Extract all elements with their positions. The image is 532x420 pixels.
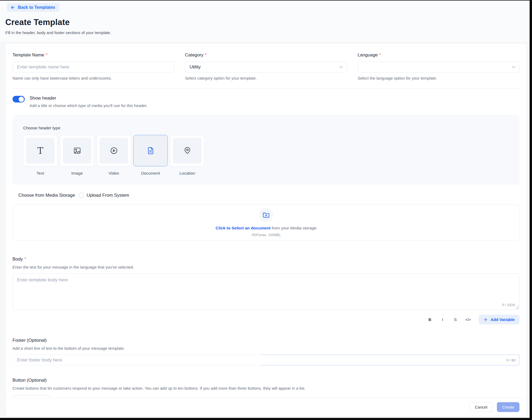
action-bar: Cancel Create [6, 398, 526, 416]
create-template-screen: Back to Templates Create Template Fill i… [0, 1, 530, 418]
category-select[interactable]: Utility [185, 61, 347, 72]
required-asterisk: * [205, 53, 207, 57]
header-type-video: Video [97, 135, 131, 176]
cancel-button[interactable]: Cancel [469, 402, 493, 412]
resize-handle[interactable] [515, 306, 519, 309]
format-toolbar: B I S </> Add Variable [13, 315, 519, 324]
template-name-label: Template Name* [13, 52, 174, 58]
video-icon [110, 147, 118, 155]
footer-placeholder: Enter footer body here [17, 357, 62, 363]
create-template-card: Template Name* Enter template name here … [5, 43, 527, 416]
body-placeholder: Enter template body here [17, 277, 68, 282]
add-variable-label: Add Variable [490, 317, 515, 322]
show-header-description: Add a title or choose which type of medi… [30, 103, 147, 108]
button-description: Create buttons that let customers respon… [13, 386, 519, 390]
top-fields-row: Template Name* Enter template name here … [13, 52, 519, 80]
page-header: Back to Templates Create Template Fill i… [0, 1, 530, 43]
language-helper: Select the language option for your temp… [358, 76, 519, 80]
chevron-down-icon [339, 66, 343, 68]
show-header-label: Show header [30, 96, 147, 101]
folder-plus-icon [263, 212, 270, 219]
category-field-group: Category* Utility Select category option… [185, 52, 347, 80]
page-subtitle: Fill in the header, body and footer sect… [5, 30, 530, 35]
header-type-location-label: Location [179, 171, 195, 176]
header-type-location: Location [170, 135, 204, 176]
required-asterisk: * [24, 257, 26, 261]
folder-plus-badge [259, 208, 273, 222]
template-name-input[interactable]: Enter template name here [13, 61, 174, 72]
template-name-placeholder: Enter template name here [17, 64, 69, 70]
bold-button[interactable]: B [424, 315, 435, 324]
header-type-location-card[interactable] [170, 135, 204, 166]
footer-input[interactable]: Enter footer body here 0 / 60 [13, 355, 519, 365]
header-type-document: Document [133, 135, 168, 176]
page-title: Create Template [5, 18, 530, 27]
language-select[interactable] [358, 61, 519, 72]
header-type-image-label: Image [71, 171, 83, 176]
footer-input-highlight [261, 355, 519, 365]
image-icon [73, 147, 81, 155]
category-label: Category* [185, 52, 347, 58]
header-type-image: Image [60, 135, 94, 176]
choose-header-type-label: Choose header type [23, 126, 509, 130]
radio-upload-from-system[interactable] [79, 193, 84, 198]
media-source-upload-option[interactable]: Upload From System [87, 193, 129, 198]
header-type-image-card[interactable] [60, 135, 94, 166]
back-button-label: Back to Templates [18, 5, 55, 10]
italic-button[interactable]: I [437, 315, 448, 324]
show-header-toggle[interactable] [13, 96, 25, 102]
header-type-text-label: Text [36, 171, 44, 176]
show-header-row: Show header Add a title or choose which … [13, 96, 519, 108]
template-name-field-group: Template Name* Enter template name here … [13, 52, 174, 80]
location-icon [183, 147, 191, 155]
upload-instruction: Click to Select an document from your Me… [216, 226, 316, 230]
footer-description: Add a short line of text to the bottom o… [13, 346, 519, 351]
upload-hint: PDF(max. 100MB) [252, 233, 281, 237]
create-button[interactable]: Create [497, 402, 519, 412]
media-source-row: Choose from Media Storage Upload From Sy… [18, 193, 519, 198]
arrow-left-icon [10, 5, 15, 10]
media-source-storage-option[interactable]: Choose from Media Storage [18, 193, 75, 198]
toggle-knob [19, 97, 24, 102]
body-description: Enter the text for your message in the l… [13, 265, 519, 269]
chevron-down-icon [512, 66, 515, 68]
header-type-panel: Choose header type T Text [13, 115, 519, 185]
footer-label: Footer (Optional) [13, 338, 519, 343]
strikethrough-button[interactable]: S [450, 315, 461, 324]
body-section: Body* Enter the text for your message in… [13, 257, 519, 324]
header-type-document-card[interactable] [133, 135, 168, 166]
text-icon: T [37, 146, 43, 155]
document-select-dropzone[interactable]: Click to Select an document from your Me… [13, 204, 519, 241]
section-divider [13, 88, 519, 89]
header-type-text: T Text [23, 135, 57, 176]
header-type-cards: T Text Image [23, 135, 509, 176]
body-label: Body* [13, 257, 519, 262]
back-to-templates-button[interactable]: Back to Templates [7, 3, 59, 12]
button-label: Button (Optional) [13, 378, 519, 383]
document-icon [147, 147, 155, 155]
footer-char-counter: 0 / 60 [506, 358, 515, 362]
category-value: Utility [189, 64, 201, 70]
required-asterisk: * [379, 53, 381, 57]
footer-section: Footer (Optional) Add a short line of te… [13, 338, 519, 365]
required-asterisk: * [46, 53, 47, 57]
header-type-video-label: Video [109, 171, 119, 176]
header-type-text-card[interactable]: T [23, 135, 57, 166]
language-field-group: Language* Select the language option for… [358, 52, 519, 80]
category-helper: Select category option for your template… [185, 76, 347, 80]
code-button[interactable]: </> [463, 315, 473, 324]
header-type-video-card[interactable] [97, 135, 131, 166]
click-to-select-link[interactable]: Click to Select an document [216, 226, 271, 230]
template-name-helper: Name can only have lowercase letters and… [13, 76, 174, 80]
language-label: Language* [358, 52, 519, 58]
plus-icon [484, 318, 488, 322]
body-char-counter: 0 / 1024 [502, 303, 515, 307]
add-variable-button[interactable]: Add Variable [479, 315, 519, 324]
body-textarea[interactable]: Enter template body here 0 / 1024 [13, 273, 519, 310]
header-type-document-label: Document [141, 171, 160, 176]
